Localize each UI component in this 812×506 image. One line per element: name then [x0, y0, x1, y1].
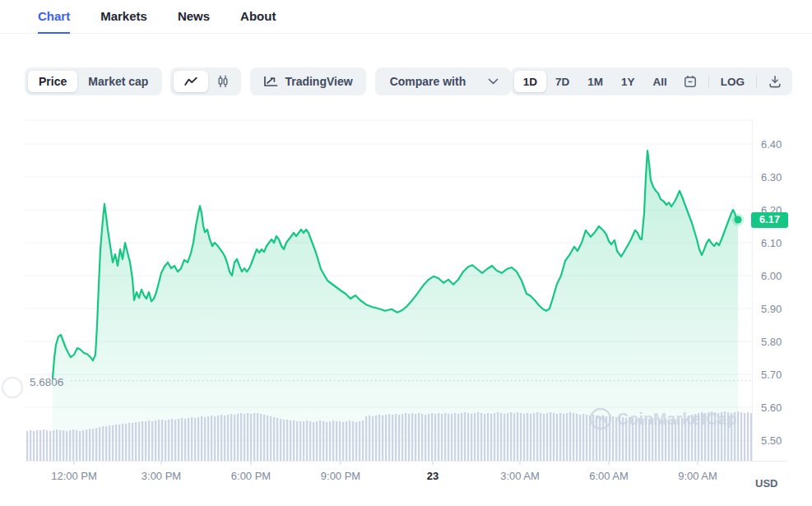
chart-type-toggle — [170, 67, 241, 95]
y-axis-label: 5.60 — [761, 402, 782, 414]
y-axis-label: 5.80 — [761, 336, 782, 348]
download-icon — [768, 75, 782, 88]
log-scale-button[interactable]: LOG — [713, 71, 752, 92]
line-chart-type-button[interactable] — [174, 71, 208, 92]
candlestick-chart-type-button[interactable] — [208, 71, 238, 92]
toolbar-divider — [708, 75, 709, 88]
x-axis-label: 3:00 AM — [500, 470, 540, 482]
tradingview-button[interactable]: TradingView — [250, 67, 365, 95]
range-all-button[interactable]: All — [643, 71, 675, 92]
tradingview-icon — [263, 76, 278, 87]
y-axis-label: 6.10 — [761, 237, 782, 249]
calendar-icon — [684, 75, 697, 88]
x-axis-tick-marks — [74, 462, 698, 466]
currency-unit-label: USD — [755, 477, 777, 490]
y-axis-label: 5.90 — [761, 303, 782, 315]
y-axis-label: 5.70 — [761, 369, 782, 381]
x-axis-label: 9:00 PM — [321, 470, 360, 482]
metric-toggle: Price Market cap — [25, 67, 162, 95]
range-1y-button[interactable]: 1Y — [612, 71, 644, 92]
x-axis-label: 23 — [427, 470, 438, 482]
download-button[interactable] — [761, 71, 789, 92]
line-chart-icon — [184, 77, 197, 86]
compare-with-label: Compare with — [390, 75, 466, 88]
x-axis-label: 9:00 AM — [678, 470, 717, 482]
current-price-badge: 6.17 — [751, 212, 788, 228]
range-selector: 1D 7D 1M 1Y All LOG — [511, 67, 792, 95]
crypto-chart-page: Chart Markets News About Price Market ca… — [0, 0, 812, 506]
last-price-dot — [735, 216, 742, 224]
range-1d-button[interactable]: 1D — [514, 71, 546, 92]
compare-with-dropdown[interactable]: Compare with — [375, 67, 511, 95]
x-axis-label: 3:00 PM — [142, 470, 181, 482]
watermark-logo-partial — [2, 378, 22, 397]
x-axis-label: 6:00 PM — [231, 470, 271, 482]
range-7d-button[interactable]: 7D — [546, 71, 578, 92]
tradingview-label: TradingView — [285, 75, 352, 88]
chevron-down-icon — [488, 78, 499, 85]
market-cap-toggle-button[interactable]: Market cap — [77, 71, 159, 92]
y-axis-label: 5.50 — [761, 434, 782, 447]
x-axis-label: 6:00 AM — [589, 470, 629, 482]
range-1m-button[interactable]: 1M — [578, 71, 612, 92]
chart-toolbar: Price Market cap TradingView Compare wit — [25, 67, 792, 95]
calendar-button[interactable] — [676, 71, 704, 92]
toolbar-divider — [756, 75, 757, 88]
period-low-label: 5.6806 — [30, 376, 63, 388]
y-axis-label: 6.40 — [761, 138, 782, 151]
y-axis-label: 6.30 — [761, 171, 782, 183]
price-toggle-button[interactable]: Price — [28, 71, 77, 92]
y-axis-label: 6.00 — [761, 270, 782, 282]
x-axis-label: 12:00 PM — [51, 470, 97, 482]
candlestick-icon — [217, 75, 229, 88]
